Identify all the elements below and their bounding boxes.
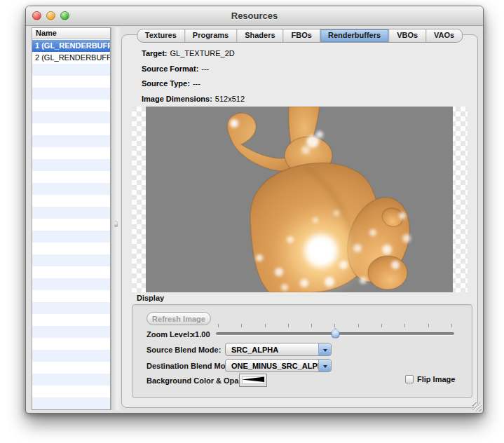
zoom-slider-thumb[interactable] — [331, 328, 340, 339]
refresh-image-button[interactable]: Refresh Image — [147, 312, 211, 325]
tab-vbos[interactable]: VBOs — [389, 29, 426, 42]
display-group-label: Display — [137, 294, 164, 302]
resource-type-tabs: Textures Programs Shaders FBOs Renderbuf… — [137, 29, 463, 43]
source-type-value: --- — [193, 79, 200, 88]
tab-shaders[interactable]: Shaders — [237, 29, 283, 42]
name-column-header[interactable]: Name — [32, 28, 110, 39]
dest-blend-mode-popup[interactable]: ONE_MINUS_SRC_ALPHA — [225, 359, 332, 372]
source-format-value: --- — [201, 64, 209, 73]
source-type-row: Source Type:--- — [142, 79, 245, 88]
tab-textures[interactable]: Textures — [137, 29, 185, 42]
target-label: Target: — [142, 49, 167, 57]
display-group: Refresh Image Zoom Level: x1.00 Source B… — [132, 304, 472, 398]
renderbuffer-preview-image — [146, 107, 453, 292]
target-row: Target:GL_TEXTURE_2D — [142, 49, 245, 58]
tab-vaos[interactable]: VAOs — [426, 29, 462, 42]
background-color-label: Background Color & Opacity: — [147, 376, 254, 385]
popup-arrows-icon — [318, 360, 331, 372]
flip-image-label: Flip Image — [417, 375, 455, 383]
list-item-renderbuffer-2[interactable]: 2 (GL_RENDERBUFFE... — [32, 52, 110, 64]
source-format-label: Source Format: — [142, 64, 198, 73]
window-title: Resources — [26, 11, 483, 21]
resize-grip-icon[interactable] — [472, 402, 482, 411]
list-item-renderbuffer-1[interactable]: 1 (GL_RENDERBUFFE... — [32, 40, 110, 52]
tab-fbos[interactable]: FBOs — [284, 29, 320, 42]
opacity-wedge-icon — [242, 376, 264, 384]
source-blend-mode-label: Source Blend Mode: — [147, 346, 221, 354]
source-type-label: Source Type: — [142, 79, 190, 88]
zoom-slider-ticks — [218, 324, 452, 327]
source-blend-mode-value: SRC_ALPHA — [226, 346, 318, 354]
popup-arrows-icon — [318, 343, 331, 355]
tab-content-panel: Textures Programs Shaders FBOs Renderbuf… — [121, 34, 478, 408]
image-dimensions-label: Image Dimensions: — [142, 95, 212, 103]
buffer-info: Target:GL_TEXTURE_2D Source Format:--- S… — [142, 49, 245, 109]
target-value: GL_TEXTURE_2D — [170, 49, 234, 57]
image-dimensions-row: Image Dimensions:512x512 — [142, 95, 245, 104]
renderbuffer-preview — [132, 107, 468, 292]
dest-blend-mode-value: ONE_MINUS_SRC_ALPHA — [226, 362, 318, 370]
color-swatch — [242, 376, 264, 384]
background-color-well[interactable] — [239, 374, 267, 387]
resource-list: Name 1 (GL_RENDERBUFFE... 2 (GL_RENDERBU… — [32, 27, 111, 410]
tab-programs[interactable]: Programs — [185, 29, 237, 42]
flip-image-control: Flip Image — [405, 375, 455, 383]
title-bar[interactable]: Resources — [26, 6, 483, 26]
image-dimensions-value: 512x512 — [215, 95, 245, 103]
resources-window: Resources Name 1 (GL_RENDERBUFFE... 2 (G… — [25, 6, 484, 414]
splitter-handle-icon[interactable] — [114, 221, 118, 227]
zoom-level-value: x1.00 — [191, 330, 210, 339]
screenshot-canvas: Resources Name 1 (GL_RENDERBUFFE... 2 (G… — [0, 0, 504, 443]
sidebar-splitter[interactable] — [111, 27, 121, 410]
dest-blend-mode-label: Destination Blend Mode: — [147, 362, 237, 370]
source-format-row: Source Format:--- — [142, 64, 245, 74]
flip-image-checkbox[interactable] — [405, 375, 414, 383]
resource-list-body[interactable]: 1 (GL_RENDERBUFFE... 2 (GL_RENDERBUFFE..… — [32, 40, 110, 409]
zoom-level-label: Zoom Level: — [147, 330, 192, 339]
source-blend-mode-popup[interactable]: SRC_ALPHA — [225, 343, 332, 356]
zoom-slider[interactable] — [216, 324, 454, 339]
tab-renderbuffers[interactable]: Renderbuffers — [320, 29, 389, 42]
